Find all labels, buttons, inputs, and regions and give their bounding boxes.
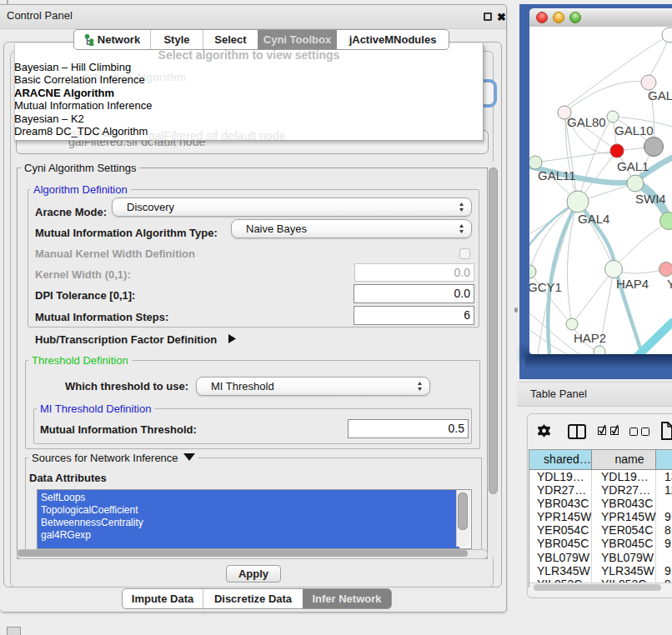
svg-text:GCY1: GCY1: [529, 280, 562, 294]
svg-text:HAP4: HAP4: [616, 277, 649, 291]
svg-text:GAL10: GAL10: [614, 123, 654, 138]
svg-text:GAL1: GAL1: [617, 159, 649, 173]
svg-text:GAL: GAL: [648, 88, 672, 102]
svg-text:GAL80: GAL80: [567, 115, 606, 129]
svg-text:HAP2: HAP2: [574, 331, 606, 345]
svg-text:SWI4: SWI4: [635, 192, 666, 206]
svg-text:GAL4: GAL4: [578, 212, 609, 226]
svg-text:Y: Y: [667, 277, 672, 291]
svg-text:GAL11: GAL11: [538, 168, 576, 182]
